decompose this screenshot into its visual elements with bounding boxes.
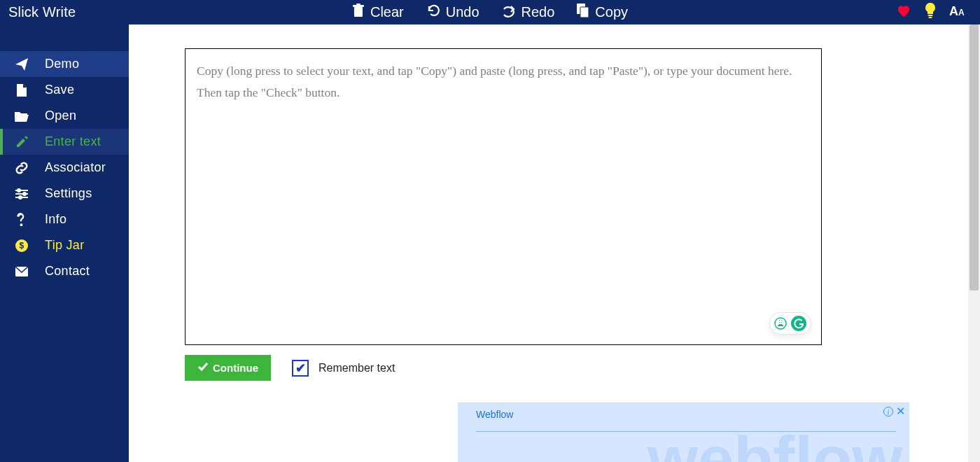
top-bar: Slick Write Clear Undo Redo Copy: [0, 0, 980, 24]
undo-button[interactable]: Undo: [426, 4, 479, 21]
continue-label: Continue: [213, 362, 258, 374]
scrollbar[interactable]: [968, 24, 980, 462]
ad-info-icon[interactable]: i: [883, 407, 893, 416]
sidebar-item-contact[interactable]: Contact: [0, 258, 129, 284]
clear-button[interactable]: Clear: [352, 4, 404, 21]
redo-button[interactable]: Redo: [502, 4, 555, 21]
editor-area: Copy (long press to select your text, an…: [185, 48, 822, 381]
svg-point-13: [23, 192, 26, 195]
folder-open-icon: [14, 111, 29, 122]
top-actions: Clear Undo Redo Copy: [352, 4, 628, 21]
svg-rect-1: [353, 5, 364, 7]
undo-icon: [426, 4, 440, 21]
sidebar-item-label: Info: [45, 212, 129, 227]
lightbulb-icon[interactable]: [924, 3, 937, 22]
svg-text:A: A: [949, 4, 958, 18]
remember-label: Remember text: [318, 362, 395, 374]
svg-rect-5: [928, 15, 933, 16]
sidebar-item-label: Open: [45, 108, 129, 123]
svg-rect-4: [580, 7, 589, 18]
continue-button[interactable]: Continue: [185, 355, 271, 381]
ad-controls: i ✕: [883, 406, 905, 417]
body: Demo Save Open Enter text Associator Set…: [0, 24, 980, 462]
heart-icon[interactable]: [896, 4, 911, 21]
svg-rect-6: [929, 17, 932, 18]
sidebar-item-label: Tip Jar: [45, 238, 129, 253]
copy-label: Copy: [595, 4, 628, 20]
sidebar-item-tipjar[interactable]: $ Tip Jar: [0, 232, 129, 258]
sidebar-item-open[interactable]: Open: [0, 103, 129, 129]
sidebar-item-settings[interactable]: Settings: [0, 181, 129, 206]
svg-text:webflow: webflow: [647, 431, 902, 462]
sidebar-item-label: Settings: [45, 186, 129, 201]
clear-label: Clear: [370, 4, 404, 20]
sliders-icon: [14, 188, 29, 200]
paper-plane-icon: [14, 58, 29, 71]
top-right-icons: AA: [896, 0, 967, 24]
grammarly-widget[interactable]: [769, 312, 811, 335]
svg-text:A: A: [958, 8, 965, 18]
sidebar-item-demo[interactable]: Demo: [0, 51, 129, 77]
svg-rect-2: [356, 4, 360, 5]
checkmark-icon: ✔: [295, 362, 306, 374]
remember-text-option: ✔ Remember text: [292, 360, 395, 377]
scrollbar-thumb[interactable]: [969, 24, 979, 290]
redo-label: Redo: [522, 4, 555, 20]
ad-brand-link[interactable]: Webflow: [476, 407, 901, 424]
sidebar-item-label: Enter text: [45, 134, 129, 149]
grammarly-add-icon: [774, 317, 787, 330]
question-icon: [14, 213, 29, 227]
undo-label: Undo: [446, 4, 479, 20]
svg-rect-0: [354, 7, 363, 17]
svg-rect-22: [778, 321, 783, 322]
dollar-icon: $: [14, 239, 29, 252]
editor-placeholder: Copy (long press to select your text, an…: [197, 60, 810, 103]
ad-banner[interactable]: i ✕ Webflow webflow: [458, 402, 909, 462]
sidebar-item-label: Demo: [45, 57, 129, 71]
svg-text:$: $: [20, 241, 24, 251]
brand-title: Slick Write: [0, 4, 76, 20]
ad-watermark: webflow: [472, 431, 902, 462]
ad-close-icon[interactable]: ✕: [896, 406, 905, 417]
grammarly-g-icon: [791, 316, 806, 331]
sidebar-item-associator[interactable]: Associator: [0, 155, 129, 181]
sidebar-item-label: Save: [45, 83, 129, 97]
sidebar: Demo Save Open Enter text Associator Set…: [0, 24, 129, 462]
copy-icon: [577, 4, 589, 21]
remember-checkbox[interactable]: ✔: [292, 360, 309, 377]
link-icon: [14, 162, 29, 174]
sidebar-item-save[interactable]: Save: [0, 77, 129, 103]
svg-point-14: [19, 196, 22, 199]
sidebar-item-info[interactable]: Info: [0, 206, 129, 232]
trash-icon: [352, 4, 365, 21]
svg-point-12: [18, 189, 20, 192]
pencil-icon: [14, 136, 29, 148]
redo-icon: [502, 4, 516, 21]
sidebar-item-enter-text[interactable]: Enter text: [0, 129, 129, 155]
file-icon: [14, 84, 29, 97]
copy-button[interactable]: Copy: [577, 4, 628, 21]
text-editor[interactable]: Copy (long press to select your text, an…: [185, 48, 822, 345]
text-size-icon[interactable]: AA: [949, 4, 967, 21]
svg-rect-15: [20, 223, 22, 225]
main-content: Copy (long press to select your text, an…: [129, 24, 980, 462]
sidebar-item-label: Associator: [45, 160, 129, 175]
envelope-icon: [14, 267, 29, 276]
below-editor-row: Continue ✔ Remember text: [185, 355, 822, 381]
sidebar-item-label: Contact: [45, 264, 129, 279]
check-icon: [197, 362, 209, 374]
svg-point-23: [791, 316, 806, 331]
